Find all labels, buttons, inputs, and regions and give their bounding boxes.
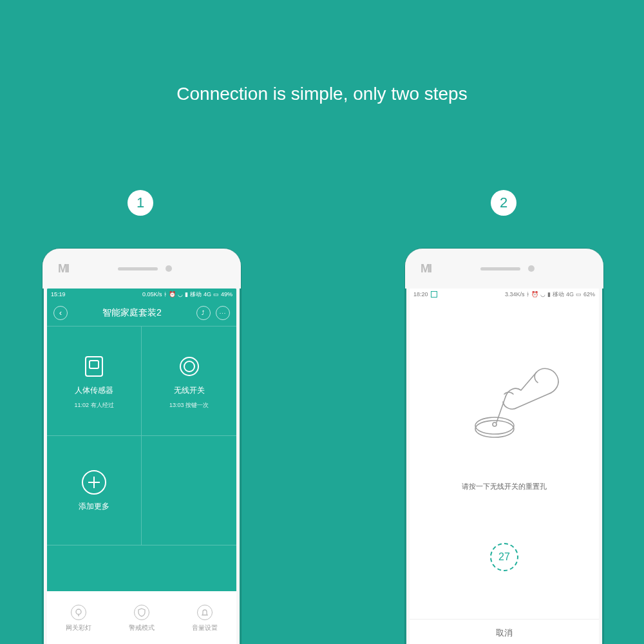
bottom-item-volume[interactable]: 音量设置 (173, 591, 236, 644)
svg-point-10 (475, 417, 514, 434)
battery-icon: ▭ (213, 291, 219, 298)
instruction-text: 请按一下无线开关的重置孔 (410, 482, 599, 491)
lightbulb-icon (71, 605, 86, 620)
bottom-item-label: 音量设置 (192, 623, 218, 632)
bluetooth-icon: ᚼ (164, 291, 167, 298)
phone-mockup-2: MI 18:20 3.34K/s ᚼ ⏰ ◡ ▮ 移动 4G ▭ 62% (404, 248, 604, 644)
brand-logo: MI (421, 262, 431, 276)
signal-icon: ▮ (185, 291, 188, 298)
wifi-icon: ◡ (178, 291, 183, 298)
status-speed: 0.05K/s (142, 291, 162, 298)
phone-side-buttons (241, 339, 242, 433)
alarm-icon: ⏰ (531, 291, 538, 298)
battery-icon: ▭ (576, 291, 582, 298)
motion-sensor-icon (80, 353, 108, 380)
wifi-icon: ◡ (540, 291, 545, 298)
status-bar: 18:20 3.34K/s ᚼ ⏰ ◡ ▮ 移动 4G ▭ 62% (410, 289, 599, 300)
step-badge-1: 1 (128, 190, 153, 216)
device-tile-label: 人体传感器 (75, 385, 113, 396)
phone-mockup-1: MI 15:19 0.05K/s ᚼ ⏰ ◡ ▮ 移动 4G ▭ 49% ‹ (42, 248, 242, 644)
front-camera (166, 265, 172, 272)
device-tile-wireless-switch[interactable]: 无线开关 13:03 按键一次 (142, 327, 236, 436)
svg-point-7 (76, 609, 81, 614)
countdown-timer: 27 (490, 543, 518, 571)
front-camera (528, 265, 535, 272)
svg-point-11 (493, 422, 497, 426)
status-net: 移动 4G (190, 290, 211, 299)
phone-bezel: MI (43, 249, 241, 289)
status-time: 15:19 (51, 291, 66, 298)
device-tile-motion-sensor[interactable]: 人体传感器 11:02 有人经过 (47, 327, 142, 436)
svg-point-2 (180, 357, 198, 375)
status-battery: 62% (583, 291, 595, 298)
phone-bezel: MI (405, 249, 603, 289)
signal-icon: ▮ (547, 291, 551, 298)
headline: Connection is simple, only two steps (0, 84, 644, 104)
app-bar: ‹ 智能家庭套装2 ⤴ ··· (47, 300, 236, 326)
back-button[interactable]: ‹ (53, 306, 68, 320)
device-tile-sub: 13:03 按键一次 (169, 401, 209, 410)
bell-icon (197, 605, 213, 620)
phone-side-buttons (603, 339, 604, 433)
cancel-button[interactable]: 取消 (410, 619, 599, 644)
status-time: 18:20 (413, 291, 428, 298)
screen-2: 18:20 3.34K/s ᚼ ⏰ ◡ ▮ 移动 4G ▭ 62% (410, 289, 599, 644)
earpiece (118, 267, 158, 270)
step-badge-2: 2 (491, 190, 516, 216)
share-button[interactable]: ⤴ (196, 306, 211, 320)
brand-logo: MI (58, 262, 68, 276)
page-title: 智能家庭套装2 (102, 307, 162, 319)
svg-point-9 (475, 421, 514, 437)
device-tile-sub: 11:02 有人经过 (74, 401, 113, 410)
shield-icon (134, 605, 149, 620)
status-net: 移动 4G (553, 290, 574, 299)
status-battery: 49% (221, 291, 232, 298)
svg-point-3 (184, 361, 194, 372)
device-tile-add-more[interactable]: 添加更多 (47, 436, 142, 545)
wireless-switch-icon (176, 353, 203, 380)
device-tile-label: 添加更多 (79, 501, 109, 512)
status-speed: 3.34K/s (505, 291, 525, 298)
earpiece (480, 267, 520, 270)
screen-1: 15:19 0.05K/s ᚼ ⏰ ◡ ▮ 移动 4G ▭ 49% ‹ 智能家庭… (47, 289, 236, 644)
more-icon: ··· (220, 310, 227, 316)
svg-rect-1 (90, 361, 99, 368)
device-tile-empty (142, 436, 236, 545)
reset-illustration (410, 343, 599, 453)
share-icon: ⤴ (202, 310, 205, 316)
device-tile-label: 无线开关 (174, 385, 205, 396)
plus-icon (80, 469, 108, 496)
status-bar: 15:19 0.05K/s ᚼ ⏰ ◡ ▮ 移动 4G ▭ 49% (47, 289, 236, 300)
device-grid: 人体传感器 11:02 有人经过 无线开关 13:03 按键一次 添加更多 (47, 326, 236, 545)
more-button[interactable]: ··· (216, 306, 230, 320)
chevron-left-icon: ‹ (59, 308, 62, 317)
bottom-item-light[interactable]: 网关彩灯 (47, 591, 110, 644)
bluetooth-icon: ᚼ (526, 291, 529, 298)
bottom-item-label: 网关彩灯 (66, 623, 91, 632)
alarm-icon: ⏰ (169, 291, 176, 298)
bottom-item-label: 警戒模式 (129, 623, 155, 632)
app-indicator-icon (431, 291, 437, 298)
bottom-item-alert[interactable]: 警戒模式 (110, 591, 173, 644)
bottom-bar: 网关彩灯 警戒模式 音量设置 (47, 591, 236, 644)
svg-rect-0 (86, 357, 102, 376)
